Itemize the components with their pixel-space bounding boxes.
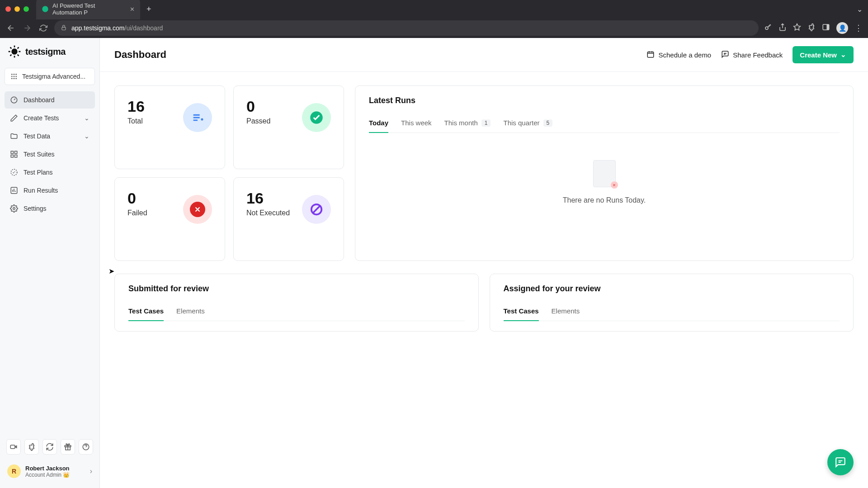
stat-value: 16 — [246, 190, 290, 207]
submitted-title: Submitted for review — [128, 284, 465, 294]
month-badge: 1 — [481, 119, 491, 127]
main-content: Dashboard Schedule a demo Share Feedback… — [100, 38, 868, 488]
user-name: Robert Jackson — [25, 465, 70, 472]
sidebar-item-create-tests[interactable]: Create Tests ⌄ — [5, 109, 95, 127]
folder-icon — [10, 132, 18, 140]
sidebar-footer: R Robert Jackson Account Admin 👑 › — [5, 436, 95, 482]
minimize-window-button[interactable] — [14, 6, 20, 12]
stat-total[interactable]: 16 Total — [114, 85, 225, 169]
svg-point-22 — [14, 78, 15, 79]
share-feedback-button[interactable]: Share Feedback — [721, 50, 783, 60]
browser-menu-icon[interactable]: ⋮ — [854, 23, 863, 33]
svg-rect-32 — [10, 445, 15, 449]
back-button[interactable] — [5, 23, 16, 33]
sidebar-item-settings[interactable]: Settings — [5, 200, 95, 217]
app-root: testsigma Testsigma Advanced... Dashboar… — [0, 38, 868, 488]
forward-button[interactable] — [22, 23, 33, 33]
panel-icon[interactable] — [822, 23, 830, 33]
tab-favicon-icon — [42, 5, 49, 13]
svg-point-31 — [13, 208, 15, 210]
svg-rect-36 — [648, 52, 654, 57]
svg-point-29 — [11, 169, 17, 175]
tab-title: AI Powered Test Automation P — [52, 2, 124, 16]
stat-label: Passed — [246, 117, 270, 125]
topbar: Dashboard Schedule a demo Share Feedback… — [100, 38, 868, 72]
tab-this-week[interactable]: This week — [401, 114, 432, 133]
svg-rect-28 — [15, 155, 17, 157]
svg-rect-27 — [11, 155, 13, 157]
sidebar-item-test-suites[interactable]: Test Suites — [5, 146, 95, 163]
svg-point-23 — [15, 78, 17, 79]
svg-rect-5 — [827, 24, 829, 30]
pencil-icon — [10, 114, 18, 122]
sidebar: testsigma Testsigma Advanced... Dashboar… — [0, 38, 100, 488]
tab-elements[interactable]: Elements — [552, 302, 580, 321]
calendar-icon — [646, 50, 655, 60]
svg-rect-25 — [11, 151, 13, 153]
sidebar-item-run-results[interactable]: Run Results — [5, 182, 95, 199]
maximize-window-button[interactable] — [24, 6, 29, 12]
stats-grid: 16 Total 0 Passed 0 — [114, 85, 344, 261]
url-input[interactable]: app.testsigma.com/ui/dashboard — [54, 20, 759, 36]
footer-puzzle-icon[interactable] — [24, 439, 39, 455]
url-path: /ui/dashboard — [125, 24, 163, 32]
svg-point-18 — [11, 76, 13, 77]
sidebar-item-label: Settings — [24, 205, 47, 212]
extensions-icon[interactable] — [807, 23, 816, 33]
stat-label: Failed — [127, 209, 147, 217]
chat-fab[interactable] — [827, 449, 854, 475]
logo-icon — [7, 44, 22, 59]
footer-help-icon[interactable] — [79, 439, 93, 455]
tabs-dropdown-icon[interactable]: ⌄ — [857, 5, 863, 14]
stat-value: 0 — [246, 98, 270, 115]
close-tab-icon[interactable]: ✕ — [130, 6, 135, 13]
stat-failed[interactable]: 0 Failed — [114, 177, 225, 261]
footer-record-icon[interactable] — [6, 439, 21, 455]
new-tab-button[interactable]: + — [146, 5, 151, 14]
tab-this-month[interactable]: This month1 — [444, 114, 491, 133]
stat-not-executed[interactable]: 16 Not Executed — [233, 177, 344, 261]
sidebar-item-label: Run Results — [24, 187, 58, 194]
tab-test-cases[interactable]: Test Cases — [128, 302, 164, 321]
reload-button[interactable] — [38, 23, 49, 33]
create-new-button[interactable]: Create New ⌄ — [793, 46, 854, 63]
latest-runs-card: Latest Runs Today This week This month1 … — [355, 85, 854, 261]
assigned-title: Assigned for your review — [504, 284, 840, 294]
stat-passed[interactable]: 0 Passed — [233, 85, 344, 169]
browser-tab[interactable]: AI Powered Test Automation P ✕ — [36, 0, 140, 19]
sidebar-item-test-plans[interactable]: Test Plans — [5, 164, 95, 181]
profile-avatar[interactable]: 👤 — [836, 22, 848, 34]
logo: testsigma — [5, 44, 95, 65]
window-controls — [5, 6, 29, 12]
tab-test-cases[interactable]: Test Cases — [504, 302, 539, 321]
sidebar-item-test-data[interactable]: Test Data ⌄ — [5, 128, 95, 145]
grid-icon — [10, 73, 18, 80]
share-icon[interactable] — [778, 23, 787, 33]
sidebar-item-label: Test Plans — [24, 169, 53, 176]
key-icon[interactable] — [764, 23, 772, 33]
tab-bar: AI Powered Test Automation P ✕ + ⌄ — [0, 0, 868, 18]
footer-sync-icon[interactable] — [42, 439, 57, 455]
tab-elements[interactable]: Elements — [176, 302, 205, 321]
project-selector[interactable]: Testsigma Advanced... — [5, 68, 95, 85]
close-window-button[interactable] — [5, 6, 11, 12]
runs-empty-state: There are no Runs Today. — [369, 133, 840, 218]
browser-chrome: AI Powered Test Automation P ✕ + ⌄ app.t… — [0, 0, 868, 38]
svg-point-15 — [11, 74, 13, 75]
user-role: Account Admin 👑 — [25, 472, 70, 478]
svg-line-13 — [10, 55, 12, 56]
svg-point-20 — [15, 76, 17, 77]
svg-rect-1 — [62, 27, 66, 30]
tab-today[interactable]: Today — [369, 114, 388, 133]
svg-point-16 — [14, 74, 15, 75]
not-executed-icon — [302, 195, 331, 224]
failed-icon — [183, 195, 212, 224]
user-menu[interactable]: R Robert Jackson Account Admin 👑 › — [5, 461, 95, 482]
star-icon[interactable] — [793, 23, 801, 33]
page-title: Dashboard — [114, 49, 166, 61]
footer-gift-icon[interactable] — [61, 439, 75, 455]
sidebar-item-dashboard[interactable]: Dashboard — [5, 91, 95, 109]
schedule-demo-button[interactable]: Schedule a demo — [646, 50, 711, 60]
tab-this-quarter[interactable]: This quarter5 — [503, 114, 552, 133]
chevron-down-icon: ⌄ — [84, 133, 90, 140]
